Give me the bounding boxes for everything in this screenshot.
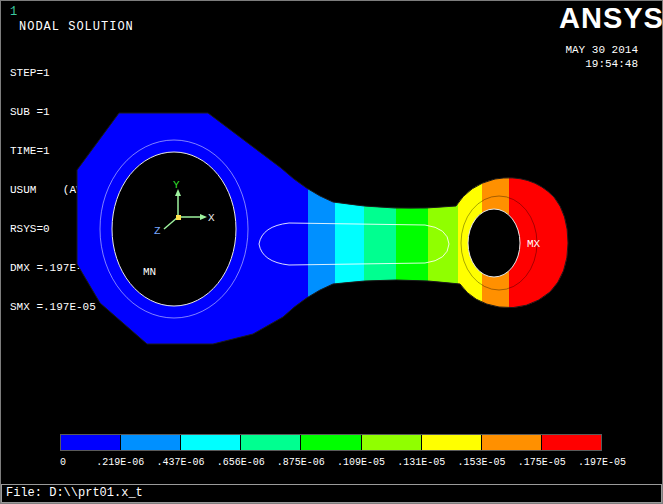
status-file-path: File: D:\\prt01.x_t — [6, 486, 143, 500]
y-axis-label: Y — [173, 179, 180, 191]
small-end-bore — [468, 209, 520, 277]
legend-value: .219E-06 — [96, 457, 144, 468]
legend-value: .875E-06 — [277, 457, 325, 468]
legend-segment — [181, 435, 241, 450]
legend-segment — [422, 435, 482, 450]
legend-segment — [482, 435, 542, 450]
legend-segment — [241, 435, 301, 450]
max-node-label: MX — [527, 238, 541, 250]
min-node-label: MN — [143, 266, 156, 278]
legend-value: .153E-05 — [458, 457, 506, 468]
legend-value: 0 — [60, 457, 66, 468]
status-bar: File: D:\\prt01.x_t — [1, 484, 662, 503]
legend-segment — [542, 435, 601, 450]
ansys-graphics-window: 1 NODAL SOLUTION STEP=1 SUB =1 TIME=1 US… — [0, 0, 663, 504]
legend-value: .131E-05 — [397, 457, 445, 468]
triad-origin — [176, 215, 181, 220]
legend-segment — [61, 435, 121, 450]
legend-value: .109E-05 — [337, 457, 385, 468]
x-axis-label: X — [208, 212, 215, 224]
legend-value: .197E-05 — [578, 457, 626, 468]
legend-bar — [60, 434, 602, 451]
legend-segment — [121, 435, 181, 450]
legend-segment — [362, 435, 422, 450]
graphics-area[interactable]: Y X Z MN MX — [1, 1, 663, 504]
legend-segment — [301, 435, 361, 450]
z-axis-label: Z — [154, 225, 161, 237]
legend-value: .175E-05 — [518, 457, 566, 468]
big-end-bore — [112, 152, 236, 306]
legend-value: .656E-06 — [217, 457, 265, 468]
legend-labels: 0.219E-06.437E-06.656E-06.875E-06.109E-0… — [60, 457, 602, 469]
legend-value: .437E-06 — [156, 457, 204, 468]
